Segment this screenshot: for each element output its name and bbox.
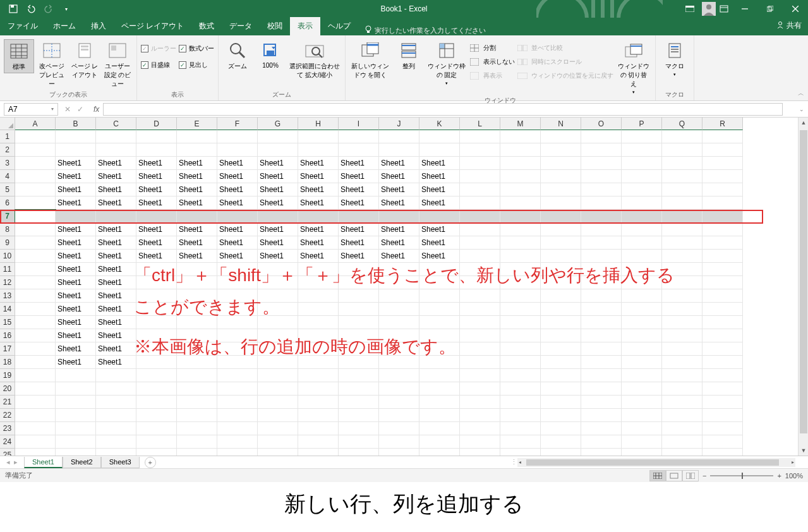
cell[interactable]: [15, 263, 56, 276]
cell[interactable]: [460, 183, 500, 196]
tab-表示[interactable]: 表示: [290, 17, 320, 35]
cell[interactable]: Sheet1: [379, 183, 419, 196]
cell[interactable]: [298, 396, 339, 409]
cell[interactable]: Sheet1: [258, 196, 298, 210]
cell[interactable]: Sheet1: [298, 157, 339, 170]
scroll-up-icon[interactable]: ▲: [799, 118, 808, 128]
arrange-all-button[interactable]: 整列: [394, 39, 424, 72]
cell[interactable]: [15, 316, 56, 329]
cell[interactable]: [702, 449, 743, 456]
cell[interactable]: [541, 170, 581, 183]
cell[interactable]: [136, 422, 177, 435]
cell[interactable]: [339, 143, 379, 157]
redo-icon[interactable]: [44, 4, 53, 13]
cell[interactable]: [217, 143, 258, 157]
row-header-20[interactable]: 20: [0, 382, 15, 396]
cell[interactable]: [622, 396, 662, 409]
cell[interactable]: [460, 223, 500, 236]
cell[interactable]: [622, 449, 662, 456]
cell[interactable]: [136, 143, 177, 157]
col-header-F[interactable]: F: [217, 118, 258, 130]
cell[interactable]: [217, 422, 258, 435]
cell[interactable]: [662, 396, 702, 409]
cell[interactable]: [581, 236, 622, 250]
cell[interactable]: Sheet1: [217, 236, 258, 250]
cell[interactable]: [177, 396, 217, 409]
cell[interactable]: Sheet1: [96, 250, 136, 263]
cell[interactable]: Sheet1: [177, 236, 217, 250]
vertical-scrollbar[interactable]: ▲ ▼: [798, 118, 808, 456]
cell[interactable]: [258, 449, 298, 456]
cell[interactable]: [702, 369, 743, 382]
expand-formula-bar-icon[interactable]: ⌄: [795, 106, 808, 112]
cell[interactable]: [541, 210, 581, 223]
cell[interactable]: Sheet1: [96, 196, 136, 210]
cell[interactable]: [15, 329, 56, 342]
cell[interactable]: Sheet1: [96, 342, 136, 356]
cell[interactable]: [15, 369, 56, 382]
cell[interactable]: [662, 422, 702, 435]
cell[interactable]: Sheet1: [419, 223, 460, 236]
hide-button[interactable]: 表示しない: [469, 56, 515, 68]
cell[interactable]: [258, 143, 298, 157]
cell[interactable]: [217, 409, 258, 422]
cell[interactable]: Sheet1: [56, 289, 96, 303]
cell[interactable]: [136, 435, 177, 449]
normal-view-button[interactable]: [649, 470, 666, 481]
cell[interactable]: [136, 369, 177, 382]
cell[interactable]: [419, 409, 460, 422]
cell[interactable]: [177, 369, 217, 382]
cell[interactable]: [460, 369, 500, 382]
tab-校閲[interactable]: 校閲: [260, 17, 290, 35]
tab-ページ レイアウト[interactable]: ページ レイアウト: [114, 17, 191, 35]
cell[interactable]: [177, 143, 217, 157]
col-header-C[interactable]: C: [96, 118, 136, 130]
zoom-to-selection-button[interactable]: 選択範囲に合わせて 拡大/縮小: [288, 39, 341, 81]
cell[interactable]: [581, 170, 622, 183]
cell[interactable]: [379, 369, 419, 382]
cell[interactable]: Sheet1: [258, 223, 298, 236]
cell[interactable]: [702, 422, 743, 435]
cell[interactable]: [500, 170, 541, 183]
view-btn-2[interactable]: ページ レイアウト: [69, 39, 100, 81]
cell[interactable]: Sheet1: [56, 342, 96, 356]
row-header-15[interactable]: 15: [0, 316, 15, 329]
cell[interactable]: [702, 223, 743, 236]
cell[interactable]: Sheet1: [96, 289, 136, 303]
cell[interactable]: [500, 382, 541, 396]
row-header-22[interactable]: 22: [0, 409, 15, 422]
cell[interactable]: Sheet1: [56, 183, 96, 196]
cell[interactable]: [622, 143, 662, 157]
cell[interactable]: Sheet1: [298, 223, 339, 236]
cell[interactable]: Sheet1: [419, 183, 460, 196]
cell[interactable]: [298, 435, 339, 449]
cell[interactable]: Sheet1: [56, 250, 96, 263]
row-header-25[interactable]: 25: [0, 449, 15, 456]
cell[interactable]: [541, 196, 581, 210]
cell[interactable]: [15, 183, 56, 196]
cell[interactable]: [56, 210, 96, 223]
cell[interactable]: [96, 449, 136, 456]
cell[interactable]: Sheet1: [258, 183, 298, 196]
cell[interactable]: [622, 236, 662, 250]
cell[interactable]: [460, 382, 500, 396]
cell[interactable]: [662, 183, 702, 196]
cell[interactable]: [581, 435, 622, 449]
cell[interactable]: [702, 196, 743, 210]
cell[interactable]: [500, 196, 541, 210]
cell[interactable]: Sheet1: [56, 223, 96, 236]
row-header-10[interactable]: 10: [0, 250, 15, 263]
cell[interactable]: [298, 143, 339, 157]
cell[interactable]: Sheet1: [339, 183, 379, 196]
row-header-2[interactable]: 2: [0, 143, 15, 157]
cell[interactable]: [136, 382, 177, 396]
cell[interactable]: [15, 223, 56, 236]
cell[interactable]: [581, 210, 622, 223]
cell[interactable]: Sheet1: [339, 196, 379, 210]
cell[interactable]: [541, 223, 581, 236]
cell[interactable]: Sheet1: [379, 157, 419, 170]
cell[interactable]: [460, 449, 500, 456]
cell[interactable]: Sheet1: [339, 223, 379, 236]
cell[interactable]: [339, 449, 379, 456]
cell[interactable]: Sheet1: [56, 157, 96, 170]
